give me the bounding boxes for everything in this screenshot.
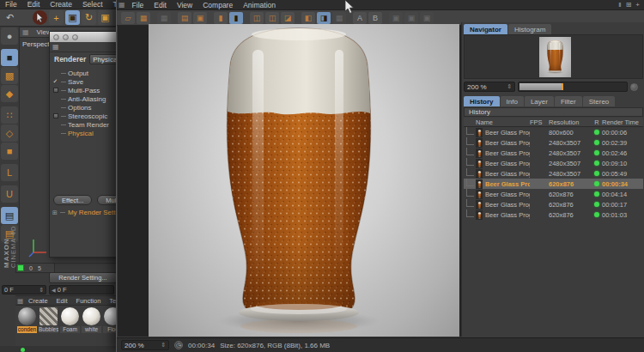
move-tool-icon[interactable]: + <box>49 10 64 25</box>
table-row[interactable]: Beer Glass Progress 7 *620x87600:00:17 <box>464 199 643 209</box>
my-render-setting-row[interactable]: ⊞ My Render Setting <box>52 209 125 216</box>
set-b-icon[interactable]: B <box>368 12 382 24</box>
frame-stepper-icon[interactable]: ⇕ <box>39 287 44 294</box>
pv-menu-compare[interactable]: Compare <box>197 1 238 9</box>
compare-book-active-icon[interactable]: ▮ <box>229 12 243 24</box>
statusbar-render-time: 00:00:34 <box>188 342 215 349</box>
material-sphere[interactable] <box>61 307 79 325</box>
frame-full-icon[interactable]: ◫ <box>250 12 264 24</box>
convert-icon[interactable]: ● <box>1 27 18 45</box>
render-done-dot <box>594 130 599 135</box>
navigator-options-button[interactable] <box>630 83 638 91</box>
points-mode-icon[interactable]: ∷ <box>1 106 18 124</box>
axis-mode-icon[interactable]: L <box>1 164 18 181</box>
table-row[interactable]: Beer Glass Progress 6 *2480x350700:02:46 <box>464 148 643 158</box>
tab-layer[interactable]: Layer <box>525 96 554 106</box>
workplane-mode-icon[interactable]: ◆ <box>1 85 18 102</box>
save-image-icon[interactable]: ▦ <box>137 12 150 24</box>
frame-crop-icon[interactable]: ◫ <box>265 12 279 24</box>
window-add-icon[interactable]: ⊞ <box>626 1 632 9</box>
main-menu-edit[interactable]: Edit <box>22 0 46 9</box>
tab-info[interactable]: Info <box>501 96 524 106</box>
polygons-mode-icon[interactable]: ■ <box>1 143 18 160</box>
image-canvas[interactable] <box>118 26 461 337</box>
material-menu-edit[interactable]: Edit <box>53 297 71 305</box>
checkbox[interactable] <box>50 113 61 119</box>
frame-stereo-icon[interactable]: ◪ <box>281 12 295 24</box>
zoom-stepper-icon[interactable]: ⇕ <box>507 83 512 90</box>
open-file-icon[interactable]: ▱ <box>121 12 135 24</box>
col-name[interactable]: Name <box>464 118 530 126</box>
main-menu-file[interactable]: File <box>0 0 22 9</box>
live-selection-icon[interactable] <box>33 10 47 25</box>
current-frame-field[interactable]: 0 F ⇕ <box>2 285 46 294</box>
pv-menu-animation[interactable]: Animation <box>238 1 281 9</box>
navigator-panel[interactable] <box>464 34 643 79</box>
tab-histogram[interactable]: Histogram <box>508 24 551 34</box>
window-close-icon[interactable] <box>53 34 59 40</box>
table-row[interactable]: Beer Glass Progress 5 *2480x350700:02:39 <box>464 137 643 148</box>
table-row[interactable]: Beer Glass Progress 7 *620x87600:04:14 <box>464 189 643 199</box>
material-menu-create[interactable]: Create <box>25 297 52 305</box>
material-sphere[interactable] <box>82 307 100 325</box>
main-menu-create[interactable]: Create <box>45 0 77 9</box>
rotate-tool-icon[interactable]: ↻ <box>82 10 96 25</box>
scale-tool-icon[interactable]: ▣ <box>65 10 80 25</box>
material-item[interactable]: Foam <box>60 307 80 333</box>
window-move-icon[interactable]: + <box>635 1 640 9</box>
effect-button[interactable]: Effect... <box>53 195 92 205</box>
window-minimize-icon[interactable] <box>63 34 69 40</box>
panel-icon[interactable]: ▦ <box>118 1 125 9</box>
col-resolution[interactable]: Resolution <box>549 118 592 126</box>
navigator-thumbnail[interactable] <box>539 37 571 77</box>
render-setting-button[interactable]: Render Setting... <box>49 272 117 283</box>
tab-stereo[interactable]: Stereo <box>583 96 616 106</box>
table-row[interactable]: Beer Glass Progress 7 *2480x350700:05:49 <box>464 168 643 179</box>
material-sphere[interactable] <box>18 307 36 325</box>
status-zoom-stepper-icon[interactable]: ⇕ <box>161 342 166 349</box>
col-r[interactable]: R <box>592 118 602 126</box>
texture-mode-icon[interactable]: ▩ <box>1 67 18 84</box>
tab-filter[interactable]: Filter <box>555 96 582 106</box>
checkbox[interactable] <box>50 88 61 94</box>
ab-images-icon[interactable]: ◧ <box>301 12 315 24</box>
tab-navigator[interactable]: Navigator <box>464 24 507 34</box>
window-columns-icon[interactable]: ‖ <box>618 1 621 9</box>
statusbar-zoom-field[interactable]: 200 % ⇕ <box>121 340 169 350</box>
main-menu-select[interactable]: Select <box>77 0 108 9</box>
rendered-image[interactable] <box>149 24 459 337</box>
material-item[interactable]: Bubbles <box>39 307 58 333</box>
set-a-icon[interactable]: A <box>353 12 367 24</box>
material-menu-function[interactable]: Function <box>73 297 105 305</box>
model-mode-icon[interactable]: ■ <box>1 49 18 66</box>
pv-menu-file[interactable]: File <box>127 1 149 9</box>
pv-menu-edit[interactable]: Edit <box>149 1 172 9</box>
scale2-tool-icon[interactable]: ▣ <box>98 10 112 25</box>
timeline-ruler[interactable]: 0 5 <box>15 263 55 273</box>
pv-menu-view[interactable]: View <box>172 1 197 9</box>
material-item[interactable]: white <box>82 307 101 333</box>
render-queue-icon[interactable]: ▤ <box>178 12 191 24</box>
table-row[interactable]: Beer Glass Progress 5 *800x60000:00:06 <box>464 127 643 137</box>
tab-history[interactable]: History <box>464 96 500 106</box>
edges-mode-icon[interactable]: ◇ <box>1 124 18 142</box>
table-row[interactable]: Beer Glass Progress 6 *2480x350700:09:10 <box>464 158 643 168</box>
table-row[interactable]: Beer Glass Progress 7 *620x87600:01:03 <box>464 209 643 220</box>
material-item[interactable]: conden <box>17 307 37 333</box>
zoom-slider-handle[interactable] <box>562 83 563 90</box>
check-icon[interactable]: ✓ <box>50 78 61 85</box>
ab-split-icon[interactable]: ◨ <box>317 12 331 24</box>
navigator-zoom-slider[interactable] <box>518 82 628 92</box>
range-frame-field[interactable]: ◀ 0 F <box>49 285 114 294</box>
render-user-icon[interactable]: ▣ <box>193 12 207 24</box>
undo-icon[interactable]: ↶ <box>3 10 17 25</box>
current-frame-marker[interactable] <box>17 264 24 271</box>
row-name: Beer Glass Progress 7 * <box>485 180 530 188</box>
material-sphere[interactable] <box>39 307 58 325</box>
compare-book-icon[interactable]: ▮ <box>214 12 228 24</box>
table-row[interactable]: Beer Glass Progress 7 *620x87600:00:34 <box>464 179 643 189</box>
navigator-zoom-field[interactable]: 200 % ⇕ <box>464 82 515 92</box>
col-fps[interactable]: FPS <box>530 118 549 126</box>
window-zoom-icon[interactable] <box>72 34 78 40</box>
col-render-time[interactable]: Render Time <box>602 118 643 126</box>
